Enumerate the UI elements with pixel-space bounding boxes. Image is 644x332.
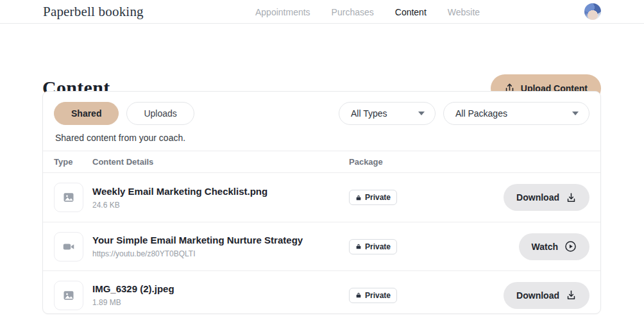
card-toolbar: Shared Uploads All Types All Packages <box>43 92 600 125</box>
lock-icon <box>355 194 362 201</box>
privacy-label: Private <box>365 291 391 300</box>
file-type-badge <box>54 232 83 261</box>
table-header: Type Content Details Package <box>43 151 600 173</box>
content-details: IMG_6329 (2).jpeg 1.89 MB <box>92 283 349 307</box>
table-row: Your Simple Email Marketing Nurture Stra… <box>43 222 600 270</box>
download-button-label: Download <box>516 290 559 301</box>
filter-selects: All Types All Packages <box>339 102 589 125</box>
privacy-label: Private <box>365 242 391 251</box>
privacy-badge: Private <box>349 288 397 303</box>
download-button[interactable]: Download <box>504 184 589 211</box>
lock-icon <box>355 243 362 250</box>
content-details: Your Simple Email Marketing Nurture Stra… <box>92 235 349 258</box>
top-nav: Paperbell booking Appointments Purchases… <box>0 0 644 24</box>
tab-shared[interactable]: Shared <box>54 102 119 125</box>
col-package: Package <box>349 157 589 167</box>
watch-button-label: Watch <box>532 242 558 252</box>
content-url: https://youtu.be/z80YT0BQLTI <box>92 249 349 258</box>
watch-button[interactable]: Watch <box>519 233 589 260</box>
chevron-down-icon <box>572 112 579 115</box>
main-nav: Appointments Purchases Content Website <box>255 7 480 17</box>
type-filter-value: All Types <box>351 108 387 119</box>
table-row: Weekly Email Marketing Checklist.png 24.… <box>43 173 600 222</box>
content-tabs: Shared Uploads <box>54 102 194 125</box>
nav-item-purchases[interactable]: Purchases <box>332 7 374 17</box>
tab-uploads[interactable]: Uploads <box>126 102 194 125</box>
chevron-down-icon <box>418 112 425 115</box>
table-row: IMG_6329 (2).jpeg 1.89 MB Private Downlo… <box>43 270 600 319</box>
image-icon <box>62 289 75 302</box>
col-content-details: Content Details <box>92 157 349 167</box>
content-title: IMG_6329 (2).jpeg <box>92 283 349 294</box>
nav-item-website[interactable]: Website <box>448 7 480 17</box>
download-button-label: Download <box>516 192 559 203</box>
shared-description: Shared content from your coach. <box>43 125 600 151</box>
download-icon <box>566 290 577 301</box>
package-filter-value: All Packages <box>455 108 507 119</box>
col-type: Type <box>54 157 92 167</box>
nav-item-appointments[interactable]: Appointments <box>255 7 310 17</box>
play-icon <box>564 240 577 253</box>
content-title: Weekly Email Marketing Checklist.png <box>92 186 349 197</box>
content-filesize: 1.89 MB <box>92 298 349 307</box>
avatar[interactable] <box>584 3 601 20</box>
privacy-badge: Private <box>349 239 397 254</box>
content-card: Shared Uploads All Types All Packages Sh… <box>42 91 601 314</box>
app-logo[interactable]: Paperbell booking <box>43 4 144 20</box>
file-type-badge <box>54 281 83 310</box>
video-icon <box>62 240 76 254</box>
image-icon <box>62 191 75 204</box>
download-icon <box>566 192 577 203</box>
file-type-badge <box>54 183 83 212</box>
content-title: Your Simple Email Marketing Nurture Stra… <box>92 235 349 245</box>
package-filter-select[interactable]: All Packages <box>443 102 589 125</box>
privacy-badge: Private <box>349 190 397 205</box>
download-button[interactable]: Download <box>504 282 589 309</box>
lock-icon <box>355 292 362 299</box>
page-header: Content Upload Content <box>0 24 644 91</box>
content-details: Weekly Email Marketing Checklist.png 24.… <box>92 186 349 210</box>
nav-item-content[interactable]: Content <box>395 7 427 17</box>
privacy-label: Private <box>365 193 391 202</box>
type-filter-select[interactable]: All Types <box>339 102 436 125</box>
content-filesize: 24.6 KB <box>92 201 349 210</box>
